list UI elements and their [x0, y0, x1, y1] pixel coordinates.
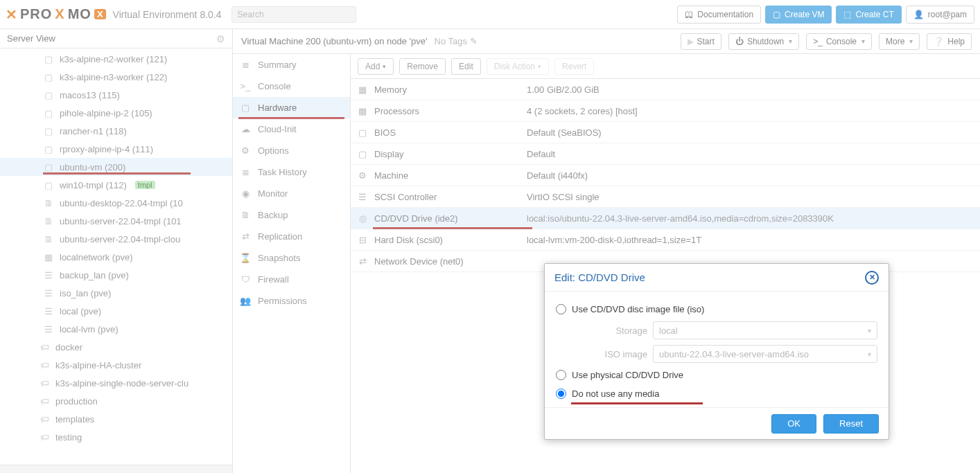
shutdown-button[interactable]: ⏻Shutdown▾ — [728, 33, 799, 50]
tree-scrollbar[interactable] — [0, 465, 232, 473]
tree-item[interactable]: ☰local (pve) — [0, 302, 232, 320]
tree-item[interactable]: ▢rancher-n1 (118) — [0, 122, 232, 140]
vm-title-bar: Virtual Machine 200 (ubuntu-vm) on node … — [233, 29, 980, 54]
menu-item-console[interactable]: >_Console — [233, 75, 350, 97]
radio-input[interactable] — [556, 389, 566, 399]
hardware-value: 1.00 GiB/2.00 GiB — [527, 84, 980, 95]
tree-item-label: backup_lan (pve) — [60, 270, 129, 280]
menu-item-monitor[interactable]: ◉Monitor — [233, 183, 350, 204]
search-input[interactable]: Search — [231, 6, 356, 23]
tree-item[interactable]: 🗎ubuntu-desktop-22.04-tmpl (10 — [0, 194, 232, 212]
tree-tag-item[interactable]: 🏷docker — [0, 338, 232, 356]
menu-item-cloud-init[interactable]: ☁Cloud-Init — [233, 118, 350, 140]
help-button[interactable]: ❔Help — [927, 33, 972, 50]
hardware-row[interactable]: ▢BIOSDefault (SeaBIOS) — [351, 122, 980, 143]
tree-item[interactable]: 🗎ubuntu-server-22.04-tmpl-clou — [0, 230, 232, 248]
tag-icon: 🏷 — [39, 414, 50, 425]
tree-tag-item[interactable]: 🏷templates — [0, 410, 232, 428]
vm-icon: ☰ — [43, 288, 54, 298]
tree-item[interactable]: 🗎ubuntu-server-22.04-tmpl (101 — [0, 212, 232, 230]
server-view-selector[interactable]: Server View ⚙ — [0, 29, 232, 48]
tree-tag-item[interactable]: 🏷k3s-alpine-single-node-server-clu — [0, 374, 232, 392]
close-icon[interactable]: ✕ — [865, 271, 879, 285]
create-vm-button[interactable]: ▢Create VM — [765, 6, 832, 24]
menu-item-firewall[interactable]: 🛡Firewall — [233, 269, 350, 290]
tag-icon: 🏷 — [39, 432, 50, 443]
tree-tag-label: production — [55, 396, 98, 407]
tree-item-label: rproxy-alpine-ip-4 (111) — [60, 144, 153, 154]
tree-item[interactable]: ▢win10-tmpl (112)tmpl — [0, 176, 232, 194]
menu-item-backup[interactable]: 🗎Backup — [233, 204, 350, 226]
template-badge: tmpl — [135, 181, 155, 189]
hardware-value: Default (i440fx) — [527, 170, 980, 181]
menu-item-label: Snapshots — [258, 253, 300, 263]
hardware-row[interactable]: ▢DisplayDefault — [351, 143, 980, 165]
hardware-value: VirtIO SCSI single — [527, 192, 980, 202]
ok-button[interactable]: OK — [771, 414, 816, 434]
tree-item[interactable]: ☰local-lvm (pve) — [0, 320, 232, 338]
tree-item[interactable]: ▢pihole-alpine-ip-2 (105) — [0, 104, 232, 122]
hardware-row[interactable]: ◎CD/DVD Drive (ide2)local:iso/ubuntu-22.… — [351, 208, 980, 229]
logo-text-pro: PRO — [20, 6, 52, 22]
iso-image-select[interactable]: ubuntu-22.04.3-live-server-amd64.iso▾ — [653, 345, 877, 363]
hardware-row[interactable]: ▦Memory1.00 GiB/2.00 GiB — [351, 79, 980, 100]
radio-input[interactable] — [556, 304, 566, 314]
menu-item-snapshots[interactable]: ⌛Snapshots — [233, 247, 350, 269]
book-icon: 🕮 — [685, 10, 693, 19]
console-button[interactable]: >_Console▾ — [806, 33, 872, 50]
option-physical-radio[interactable]: Use physical CD/DVD Drive — [556, 366, 877, 384]
tree-tag-item[interactable]: 🏷production — [0, 392, 232, 410]
remove-button[interactable]: Remove — [399, 58, 446, 75]
tree-item[interactable]: ☰backup_lan (pve) — [0, 266, 232, 284]
menu-item-permissions[interactable]: 👥Permissions — [233, 290, 350, 312]
option-no-media-radio[interactable]: Do not use any media — [556, 384, 877, 403]
gear-icon[interactable]: ⚙ — [216, 33, 225, 44]
tree-item[interactable]: ▢rproxy-alpine-ip-4 (111) — [0, 140, 232, 158]
tree-tag-label: docker — [55, 342, 82, 352]
start-button[interactable]: ▶Start — [681, 33, 721, 50]
user-menu-button[interactable]: 👤root@pam — [906, 6, 974, 24]
hardware-row[interactable]: ☰SCSI ControllerVirtIO SCSI single — [351, 186, 980, 208]
tree-item[interactable]: ▢k3s-alpine-n3-worker (122) — [0, 68, 232, 86]
tree-item[interactable]: ▢ubuntu-vm (200) — [0, 158, 232, 176]
hardware-row[interactable]: ⚙MachineDefault (i440fx) — [351, 165, 980, 186]
tree-item[interactable]: ▢macos13 (115) — [0, 86, 232, 104]
tree-item[interactable]: ▦localnetwork (pve) — [0, 248, 232, 266]
documentation-button[interactable]: 🕮Documentation — [677, 6, 761, 24]
menu-icon: 🗎 — [240, 210, 251, 220]
tree-item[interactable]: ▢k3s-alpine-n2-worker (121) — [0, 50, 232, 68]
disk-action-button[interactable]: Disk Action ▾ — [487, 58, 549, 75]
radio-input[interactable] — [556, 370, 566, 380]
storage-select[interactable]: local▾ — [653, 321, 877, 339]
more-button[interactable]: More▾ — [879, 33, 920, 50]
vm-icon: ☰ — [43, 270, 54, 280]
pencil-icon: ✎ — [470, 36, 478, 46]
no-tags-label[interactable]: No Tags ✎ — [435, 36, 478, 46]
menu-item-hardware[interactable]: ▢Hardware — [233, 97, 350, 118]
tree-tag-item[interactable]: 🏷k3s-alpine-HA-cluster — [0, 356, 232, 374]
menu-item-replication[interactable]: ⇄Replication — [233, 226, 350, 247]
tree-item-label: rancher-n1 (118) — [60, 126, 127, 136]
hardware-toolbar: Add ▾ Remove Edit Disk Action ▾ Revert — [351, 54, 980, 79]
terminal-icon: >_ — [813, 37, 823, 46]
menu-item-label: Cloud-Init — [258, 124, 297, 134]
reset-button[interactable]: Reset — [823, 414, 879, 434]
option-iso-radio[interactable]: Use CD/DVD disc image file (iso) — [556, 300, 877, 319]
hardware-row[interactable]: ▩Processors4 (2 sockets, 2 cores) [host] — [351, 100, 980, 122]
resource-tree[interactable]: ▢k3s-alpine-n2-worker (121)▢k3s-alpine-n… — [0, 48, 232, 465]
hardware-icon: ☰ — [351, 192, 374, 202]
tree-tag-item[interactable]: 🏷testing — [0, 428, 232, 446]
add-button[interactable]: Add ▾ — [358, 58, 394, 75]
menu-icon: ☁ — [240, 124, 251, 134]
edit-button[interactable]: Edit — [451, 58, 481, 75]
tree-item[interactable]: ☰iso_lan (pve) — [0, 284, 232, 302]
tree-item-label: ubuntu-server-22.04-tmpl (101 — [60, 216, 182, 226]
chevron-down-icon: ▾ — [538, 63, 541, 70]
menu-item-options[interactable]: ⚙Options — [233, 140, 350, 161]
menu-item-summary[interactable]: ≣Summary — [233, 54, 350, 75]
create-ct-button[interactable]: ⬚Create CT — [836, 6, 901, 24]
revert-button[interactable]: Revert — [554, 58, 594, 75]
hardware-key: Processors — [374, 106, 527, 116]
hardware-row[interactable]: ⊟Hard Disk (scsi0)local-lvm:vm-200-disk-… — [351, 229, 980, 251]
menu-item-task-history[interactable]: ≣Task History — [233, 161, 350, 183]
